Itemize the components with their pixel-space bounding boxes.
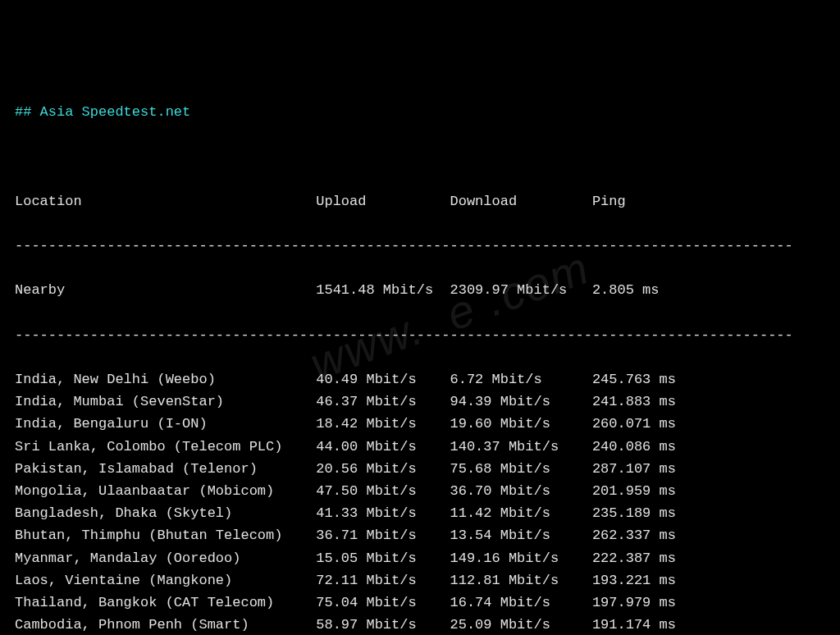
table-body: India, New Delhi (Weebo) 40.49 Mbit/s 6.… <box>15 368 825 635</box>
table-row: Pakistan, Islamabad (Telenor) 20.56 Mbit… <box>15 458 825 480</box>
section-title: ## Asia Speedtest.net <box>15 101 825 123</box>
table-row: Bangladesh, Dhaka (Skytel) 41.33 Mbit/s … <box>15 502 825 524</box>
blank-line <box>15 145 825 167</box>
nearby-row: Nearby 1541.48 Mbit/s 2309.97 Mbit/s 2.8… <box>15 279 825 301</box>
table-row: Bhutan, Thimphu (Bhutan Telecom) 36.71 M… <box>15 524 825 546</box>
table-row: India, New Delhi (Weebo) 40.49 Mbit/s 6.… <box>15 368 825 391</box>
table-row: Thailand, Bangkok (CAT Telecom) 75.04 Mb… <box>15 592 825 614</box>
table-row: Laos, Vientaine (Mangkone) 72.11 Mbit/s … <box>15 569 825 592</box>
table-row: India, Bengaluru (I-ON) 18.42 Mbit/s 19.… <box>15 413 825 435</box>
table-row: India, Mumbai (SevenStar) 46.37 Mbit/s 9… <box>15 391 825 413</box>
divider: ----------------------------------------… <box>15 324 825 346</box>
table-row: Sri Lanka, Colombo (Telecom PLC) 44.00 M… <box>15 436 825 458</box>
table-row: Cambodia, Phnom Penh (Smart) 58.97 Mbit/… <box>15 614 825 635</box>
table-header: Location Upload Download Ping <box>15 190 825 212</box>
table-row: Mongolia, Ulaanbaatar (Mobicom) 47.50 Mb… <box>15 480 825 502</box>
table-row: Myanmar, Mandalay (Ooredoo) 15.05 Mbit/s… <box>15 547 825 569</box>
divider: ----------------------------------------… <box>15 235 825 257</box>
